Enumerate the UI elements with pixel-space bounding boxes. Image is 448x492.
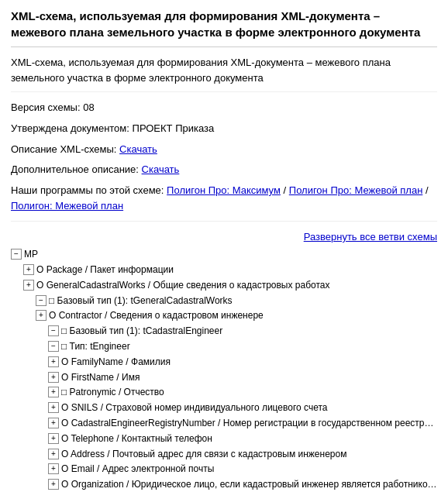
tree-item-label: O Package / Пакет информации bbox=[36, 263, 174, 278]
tree-item-label: O CadastralEngineerRegistryNumber / Номе… bbox=[61, 416, 437, 432]
programs-label: Наши программы по этой схеме: bbox=[11, 184, 164, 196]
program1-link[interactable]: Полигон Про: Максимум bbox=[167, 184, 281, 196]
add-desc-label: Дополнительное описание: bbox=[11, 163, 139, 175]
program3-link[interactable]: Полигон: Межевой план bbox=[11, 200, 123, 212]
version-label: Версия схемы: bbox=[11, 101, 81, 113]
approved-section: Утверждена документом: ПРОЕКТ Приказа bbox=[11, 121, 437, 137]
schema-tree: −MP+O Package / Пакет информации+O Gener… bbox=[11, 247, 437, 492]
add-desc-link[interactable]: Скачать bbox=[142, 163, 180, 175]
tree-expand-icon[interactable]: + bbox=[23, 264, 34, 275]
tree-item-label: MP bbox=[24, 247, 38, 263]
tree-expand-icon[interactable]: + bbox=[48, 463, 59, 474]
page-container: XML-схема, используемая для формирования… bbox=[0, 0, 448, 492]
tree-item[interactable]: +O GeneralCadastralWorks / Общие сведени… bbox=[23, 278, 437, 294]
tree-item[interactable]: +O Email / Адрес электронной почты bbox=[48, 462, 437, 477]
tree-expand-icon[interactable]: + bbox=[48, 449, 59, 459]
tree-expand-icon[interactable]: + bbox=[48, 433, 59, 444]
xml-desc-label: Описание XML-схемы: bbox=[11, 143, 116, 155]
tree-item-label: O GeneralCadastralWorks / Общие сведения… bbox=[36, 278, 330, 294]
tree-item[interactable]: +O Telephone / Контактный телефон bbox=[48, 432, 437, 447]
tree-item[interactable]: +O Package / Пакет информации bbox=[23, 263, 437, 278]
expand-all-container: Развернуть все ветви схемы bbox=[11, 231, 437, 243]
page-title: XML-схема, используемая для формирования… bbox=[11, 8, 437, 47]
tree-item[interactable]: +O FamilyName / Фамилия bbox=[48, 355, 437, 370]
tree-item[interactable]: +O Organization / Юридическое лицо, если… bbox=[48, 477, 437, 492]
approved-label: Утверждена документом: bbox=[11, 122, 129, 134]
expand-all-link[interactable]: Развернуть все ветви схемы bbox=[304, 231, 437, 243]
tree-expand-icon[interactable]: − bbox=[48, 341, 59, 352]
tree-expand-icon[interactable]: + bbox=[36, 310, 47, 321]
tree-expand-icon[interactable]: + bbox=[48, 479, 59, 490]
tree-item[interactable]: −MP bbox=[11, 247, 437, 263]
tree-item[interactable]: +O Address / Почтовый адрес для связи с … bbox=[48, 447, 437, 463]
programs-section: Наши программы по этой схеме: Полигон Пр… bbox=[11, 183, 437, 222]
tree-item-label: □ Patronymic / Отчество bbox=[61, 385, 164, 401]
tree-item[interactable]: +□ Patronymic / Отчество bbox=[48, 385, 437, 401]
tree-item[interactable]: −□ Тип: tEngineer bbox=[48, 339, 437, 355]
xml-desc-link[interactable]: Скачать bbox=[119, 143, 157, 155]
add-desc-section: Дополнительное описание: Скачать bbox=[11, 162, 437, 178]
tree-expand-icon[interactable]: + bbox=[48, 418, 59, 428]
tree-item-label: O Address / Почтовый адрес для связи с к… bbox=[61, 447, 346, 463]
tree-item-label: O Organization / Юридическое лицо, если … bbox=[61, 477, 437, 492]
program2-link[interactable]: Полигон Про: Межевой план bbox=[289, 184, 423, 196]
tree-item-label: O Contractor / Сведения о кадастровом ин… bbox=[49, 308, 264, 324]
tree-expand-icon[interactable]: − bbox=[36, 295, 47, 306]
approved-value: ПРОЕКТ Приказа bbox=[133, 122, 215, 134]
tree-expand-icon[interactable]: + bbox=[23, 280, 34, 291]
tree-item[interactable]: −□ Базовый тип (1): tGeneralCadastralWor… bbox=[36, 294, 437, 309]
tree-item-label: O Telephone / Контактный телефон bbox=[61, 432, 212, 447]
tree-expand-icon[interactable]: + bbox=[48, 356, 59, 367]
tree-expand-icon[interactable]: + bbox=[48, 372, 59, 383]
tree-item-label: O FamilyName / Фамилия bbox=[61, 355, 171, 370]
tree-expand-icon[interactable]: − bbox=[11, 249, 22, 260]
tree-item-label: □ Базовый тип (1): tGeneralCadastralWork… bbox=[49, 294, 233, 309]
tree-item-label: O SNILS / Страховой номер индивидуальног… bbox=[61, 401, 328, 416]
tree-item[interactable]: +O FirstName / Имя bbox=[48, 370, 437, 386]
tree-expand-icon[interactable]: + bbox=[48, 387, 59, 397]
xml-desc-section: Описание XML-схемы: Скачать bbox=[11, 142, 437, 158]
tree-item[interactable]: +O Contractor / Сведения о кадастровом и… bbox=[36, 308, 437, 324]
tree-item[interactable]: +O CadastralEngineerRegistryNumber / Ном… bbox=[48, 416, 437, 432]
tree-item-label: O FirstName / Имя bbox=[61, 370, 140, 386]
tree-expand-icon[interactable]: + bbox=[48, 402, 59, 413]
description: XML-схема, используемая для формирования… bbox=[11, 55, 437, 92]
tree-item[interactable]: +O SNILS / Страховой номер индивидуально… bbox=[48, 401, 437, 416]
tree-item-label: □ Базовый тип (1): tCadastralEngineer bbox=[61, 324, 222, 339]
version-section: Версия схемы: 08 bbox=[11, 100, 437, 116]
version-value: 08 bbox=[83, 101, 94, 113]
tree-item-label: O Email / Адрес электронной почты bbox=[61, 462, 214, 477]
schema-section: Развернуть все ветви схемы −MP+O Package… bbox=[11, 231, 437, 492]
tree-expand-icon[interactable]: − bbox=[48, 325, 59, 336]
tree-item[interactable]: −□ Базовый тип (1): tCadastralEngineer bbox=[48, 324, 437, 339]
tree-item-label: □ Тип: tEngineer bbox=[61, 339, 130, 355]
